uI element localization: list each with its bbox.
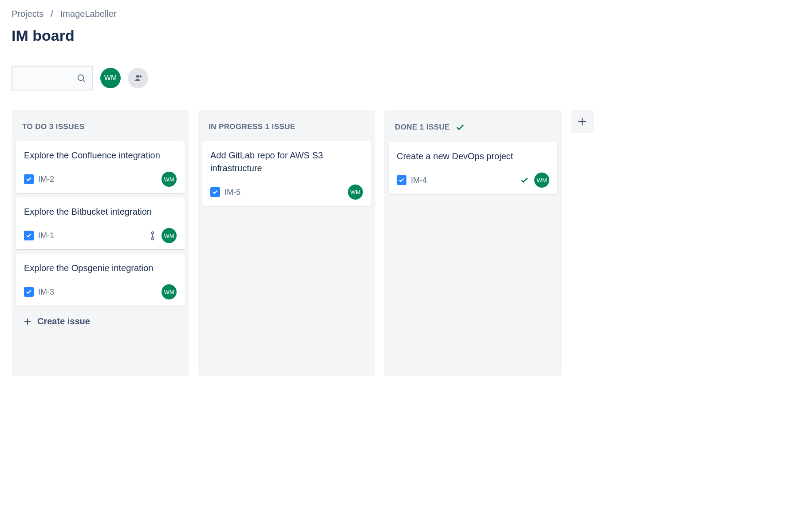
svg-point-7	[152, 238, 154, 240]
plus-icon	[576, 116, 588, 127]
issue-key[interactable]: IM-4	[411, 176, 427, 185]
breadcrumb-separator: /	[51, 9, 53, 19]
breadcrumb-projects[interactable]: Projects	[12, 9, 43, 19]
add-people-button[interactable]	[128, 68, 148, 88]
user-avatar[interactable]: WM	[100, 68, 121, 88]
issue-key[interactable]: IM-1	[38, 231, 54, 240]
assignee-avatar[interactable]: WM	[162, 284, 177, 299]
done-check-icon	[520, 176, 529, 185]
assignee-avatar[interactable]: WM	[534, 173, 549, 188]
issue-card[interactable]: Explore the Bitbucket integration IM-1 W…	[16, 197, 185, 249]
issue-key[interactable]: IM-2	[38, 175, 54, 184]
add-person-icon	[133, 73, 143, 83]
breadcrumb-project-name[interactable]: ImageLabeller	[60, 9, 117, 19]
search-input[interactable]	[12, 66, 93, 90]
issue-card[interactable]: Explore the Confluence integration IM-2 …	[16, 141, 185, 193]
task-icon	[24, 174, 34, 184]
plus-icon	[23, 317, 32, 326]
column-todo: TO DO 3 ISSUES Explore the Confluence in…	[12, 110, 189, 376]
task-icon	[24, 287, 34, 297]
svg-point-5	[152, 232, 154, 234]
svg-point-0	[78, 75, 84, 81]
column-title: DONE 1 ISSUE	[395, 123, 450, 132]
column-done: DONE 1 ISSUE Create a new DevOps project…	[384, 110, 562, 376]
create-issue-button[interactable]: Create issue	[16, 310, 185, 333]
breadcrumb: Projects / ImageLabeller	[12, 9, 800, 19]
board-columns: TO DO 3 ISSUES Explore the Confluence in…	[12, 110, 800, 376]
create-issue-label: Create issue	[37, 316, 90, 326]
card-title: Explore the Confluence integration	[24, 149, 177, 162]
search-icon	[76, 73, 86, 83]
column-title: TO DO 3 ISSUES	[22, 122, 84, 131]
task-icon	[397, 175, 406, 185]
column-title: IN PROGRESS 1 ISSUE	[209, 122, 296, 131]
issue-card[interactable]: Add GitLab repo for AWS S3 infrastructur…	[202, 141, 371, 206]
card-title: Explore the Bitbucket integration	[24, 205, 177, 218]
issue-card[interactable]: Explore the Opsgenie integration IM-3 WM	[16, 254, 185, 306]
card-title: Create a new DevOps project	[397, 150, 549, 163]
task-icon	[210, 187, 220, 197]
assignee-avatar[interactable]: WM	[348, 185, 363, 200]
task-icon	[24, 231, 34, 240]
assignee-avatar[interactable]: WM	[162, 228, 177, 243]
card-title: Add GitLab repo for AWS S3 infrastructur…	[210, 149, 363, 175]
issue-key[interactable]: IM-5	[225, 188, 240, 197]
issue-key[interactable]: IM-3	[38, 287, 54, 297]
priority-icon	[149, 231, 156, 240]
issue-card[interactable]: Create a new DevOps project IM-4 WM	[389, 142, 557, 194]
assignee-avatar[interactable]: WM	[162, 172, 177, 187]
column-in-progress: IN PROGRESS 1 ISSUE Add GitLab repo for …	[198, 110, 375, 376]
svg-rect-4	[139, 76, 142, 77]
done-check-icon	[455, 122, 465, 132]
column-header[interactable]: IN PROGRESS 1 ISSUE	[202, 114, 371, 141]
add-column-button[interactable]	[571, 110, 594, 133]
board-toolbar: WM	[12, 66, 800, 90]
svg-line-1	[83, 80, 85, 82]
svg-point-2	[136, 75, 139, 78]
page-title: IM board	[12, 27, 800, 44]
column-header[interactable]: TO DO 3 ISSUES	[16, 114, 185, 141]
column-header[interactable]: DONE 1 ISSUE	[389, 114, 557, 142]
card-title: Explore the Opsgenie integration	[24, 262, 177, 275]
